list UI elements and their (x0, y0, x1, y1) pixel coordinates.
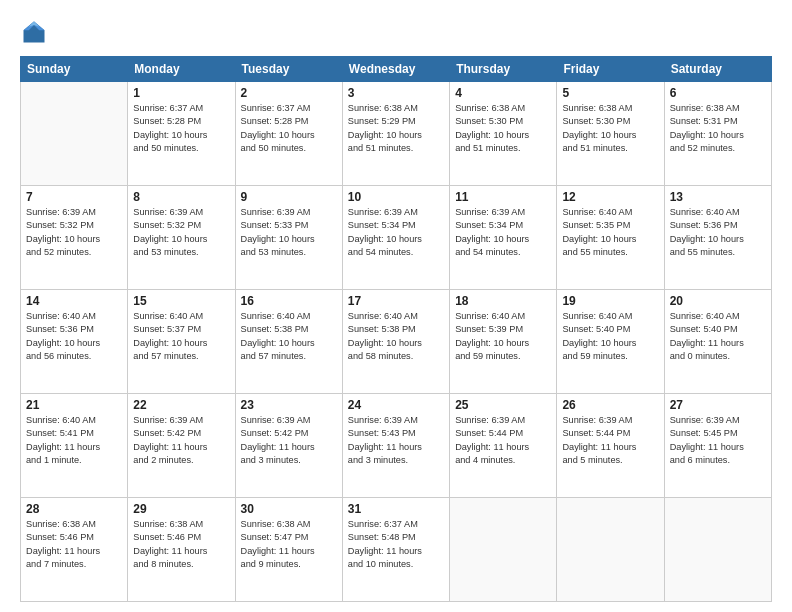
calendar-cell: 11Sunrise: 6:39 AMSunset: 5:34 PMDayligh… (450, 186, 557, 290)
calendar-cell: 21Sunrise: 6:40 AMSunset: 5:41 PMDayligh… (21, 394, 128, 498)
calendar-cell: 23Sunrise: 6:39 AMSunset: 5:42 PMDayligh… (235, 394, 342, 498)
day-number: 24 (348, 398, 444, 412)
calendar-cell (664, 498, 771, 602)
weekday-header-saturday: Saturday (664, 57, 771, 82)
day-info: Sunrise: 6:40 AMSunset: 5:40 PMDaylight:… (562, 310, 658, 363)
calendar-cell (21, 82, 128, 186)
calendar-cell: 15Sunrise: 6:40 AMSunset: 5:37 PMDayligh… (128, 290, 235, 394)
day-number: 31 (348, 502, 444, 516)
day-number: 15 (133, 294, 229, 308)
calendar-cell: 1Sunrise: 6:37 AMSunset: 5:28 PMDaylight… (128, 82, 235, 186)
weekday-header-tuesday: Tuesday (235, 57, 342, 82)
day-info: Sunrise: 6:37 AMSunset: 5:28 PMDaylight:… (133, 102, 229, 155)
day-info: Sunrise: 6:39 AMSunset: 5:43 PMDaylight:… (348, 414, 444, 467)
day-number: 30 (241, 502, 337, 516)
day-info: Sunrise: 6:38 AMSunset: 5:30 PMDaylight:… (455, 102, 551, 155)
calendar-cell: 13Sunrise: 6:40 AMSunset: 5:36 PMDayligh… (664, 186, 771, 290)
day-info: Sunrise: 6:39 AMSunset: 5:32 PMDaylight:… (26, 206, 122, 259)
day-number: 11 (455, 190, 551, 204)
day-info: Sunrise: 6:38 AMSunset: 5:29 PMDaylight:… (348, 102, 444, 155)
day-number: 8 (133, 190, 229, 204)
logo-icon (20, 18, 48, 46)
day-number: 28 (26, 502, 122, 516)
calendar-cell: 12Sunrise: 6:40 AMSunset: 5:35 PMDayligh… (557, 186, 664, 290)
day-number: 12 (562, 190, 658, 204)
day-number: 25 (455, 398, 551, 412)
calendar-cell: 22Sunrise: 6:39 AMSunset: 5:42 PMDayligh… (128, 394, 235, 498)
day-number: 21 (26, 398, 122, 412)
calendar-cell: 10Sunrise: 6:39 AMSunset: 5:34 PMDayligh… (342, 186, 449, 290)
weekday-header-friday: Friday (557, 57, 664, 82)
day-info: Sunrise: 6:37 AMSunset: 5:28 PMDaylight:… (241, 102, 337, 155)
day-info: Sunrise: 6:40 AMSunset: 5:38 PMDaylight:… (241, 310, 337, 363)
day-info: Sunrise: 6:38 AMSunset: 5:30 PMDaylight:… (562, 102, 658, 155)
calendar-cell: 5Sunrise: 6:38 AMSunset: 5:30 PMDaylight… (557, 82, 664, 186)
week-row-2: 7Sunrise: 6:39 AMSunset: 5:32 PMDaylight… (21, 186, 772, 290)
day-info: Sunrise: 6:40 AMSunset: 5:37 PMDaylight:… (133, 310, 229, 363)
calendar-cell: 28Sunrise: 6:38 AMSunset: 5:46 PMDayligh… (21, 498, 128, 602)
day-info: Sunrise: 6:40 AMSunset: 5:40 PMDaylight:… (670, 310, 766, 363)
calendar-cell: 26Sunrise: 6:39 AMSunset: 5:44 PMDayligh… (557, 394, 664, 498)
calendar-cell: 14Sunrise: 6:40 AMSunset: 5:36 PMDayligh… (21, 290, 128, 394)
day-number: 27 (670, 398, 766, 412)
calendar-cell (557, 498, 664, 602)
calendar-cell: 4Sunrise: 6:38 AMSunset: 5:30 PMDaylight… (450, 82, 557, 186)
calendar-cell: 16Sunrise: 6:40 AMSunset: 5:38 PMDayligh… (235, 290, 342, 394)
day-number: 16 (241, 294, 337, 308)
page: SundayMondayTuesdayWednesdayThursdayFrid… (0, 0, 792, 612)
calendar-cell: 6Sunrise: 6:38 AMSunset: 5:31 PMDaylight… (664, 82, 771, 186)
day-info: Sunrise: 6:40 AMSunset: 5:39 PMDaylight:… (455, 310, 551, 363)
calendar-cell: 27Sunrise: 6:39 AMSunset: 5:45 PMDayligh… (664, 394, 771, 498)
day-number: 22 (133, 398, 229, 412)
day-info: Sunrise: 6:40 AMSunset: 5:41 PMDaylight:… (26, 414, 122, 467)
day-info: Sunrise: 6:38 AMSunset: 5:46 PMDaylight:… (133, 518, 229, 571)
day-info: Sunrise: 6:38 AMSunset: 5:46 PMDaylight:… (26, 518, 122, 571)
day-number: 3 (348, 86, 444, 100)
day-number: 29 (133, 502, 229, 516)
day-info: Sunrise: 6:38 AMSunset: 5:47 PMDaylight:… (241, 518, 337, 571)
calendar-cell: 20Sunrise: 6:40 AMSunset: 5:40 PMDayligh… (664, 290, 771, 394)
calendar-cell: 18Sunrise: 6:40 AMSunset: 5:39 PMDayligh… (450, 290, 557, 394)
day-info: Sunrise: 6:39 AMSunset: 5:42 PMDaylight:… (241, 414, 337, 467)
day-info: Sunrise: 6:40 AMSunset: 5:36 PMDaylight:… (670, 206, 766, 259)
calendar-cell: 17Sunrise: 6:40 AMSunset: 5:38 PMDayligh… (342, 290, 449, 394)
day-info: Sunrise: 6:39 AMSunset: 5:33 PMDaylight:… (241, 206, 337, 259)
weekday-header-thursday: Thursday (450, 57, 557, 82)
week-row-5: 28Sunrise: 6:38 AMSunset: 5:46 PMDayligh… (21, 498, 772, 602)
day-number: 6 (670, 86, 766, 100)
week-row-1: 1Sunrise: 6:37 AMSunset: 5:28 PMDaylight… (21, 82, 772, 186)
weekday-header-sunday: Sunday (21, 57, 128, 82)
calendar-cell: 2Sunrise: 6:37 AMSunset: 5:28 PMDaylight… (235, 82, 342, 186)
day-number: 2 (241, 86, 337, 100)
week-row-4: 21Sunrise: 6:40 AMSunset: 5:41 PMDayligh… (21, 394, 772, 498)
day-number: 4 (455, 86, 551, 100)
calendar-table: SundayMondayTuesdayWednesdayThursdayFrid… (20, 56, 772, 602)
day-number: 23 (241, 398, 337, 412)
day-info: Sunrise: 6:39 AMSunset: 5:34 PMDaylight:… (348, 206, 444, 259)
day-number: 7 (26, 190, 122, 204)
day-info: Sunrise: 6:40 AMSunset: 5:36 PMDaylight:… (26, 310, 122, 363)
calendar-cell: 9Sunrise: 6:39 AMSunset: 5:33 PMDaylight… (235, 186, 342, 290)
week-row-3: 14Sunrise: 6:40 AMSunset: 5:36 PMDayligh… (21, 290, 772, 394)
weekday-header-row: SundayMondayTuesdayWednesdayThursdayFrid… (21, 57, 772, 82)
day-info: Sunrise: 6:39 AMSunset: 5:34 PMDaylight:… (455, 206, 551, 259)
logo (20, 18, 52, 46)
day-number: 20 (670, 294, 766, 308)
calendar-cell: 25Sunrise: 6:39 AMSunset: 5:44 PMDayligh… (450, 394, 557, 498)
day-number: 19 (562, 294, 658, 308)
day-info: Sunrise: 6:39 AMSunset: 5:44 PMDaylight:… (455, 414, 551, 467)
weekday-header-monday: Monday (128, 57, 235, 82)
day-number: 14 (26, 294, 122, 308)
day-info: Sunrise: 6:39 AMSunset: 5:42 PMDaylight:… (133, 414, 229, 467)
day-info: Sunrise: 6:40 AMSunset: 5:35 PMDaylight:… (562, 206, 658, 259)
calendar-cell: 31Sunrise: 6:37 AMSunset: 5:48 PMDayligh… (342, 498, 449, 602)
header (20, 18, 772, 46)
calendar-cell: 30Sunrise: 6:38 AMSunset: 5:47 PMDayligh… (235, 498, 342, 602)
day-number: 18 (455, 294, 551, 308)
day-number: 9 (241, 190, 337, 204)
day-info: Sunrise: 6:38 AMSunset: 5:31 PMDaylight:… (670, 102, 766, 155)
calendar-cell: 3Sunrise: 6:38 AMSunset: 5:29 PMDaylight… (342, 82, 449, 186)
calendar-cell (450, 498, 557, 602)
day-number: 13 (670, 190, 766, 204)
calendar-cell: 8Sunrise: 6:39 AMSunset: 5:32 PMDaylight… (128, 186, 235, 290)
